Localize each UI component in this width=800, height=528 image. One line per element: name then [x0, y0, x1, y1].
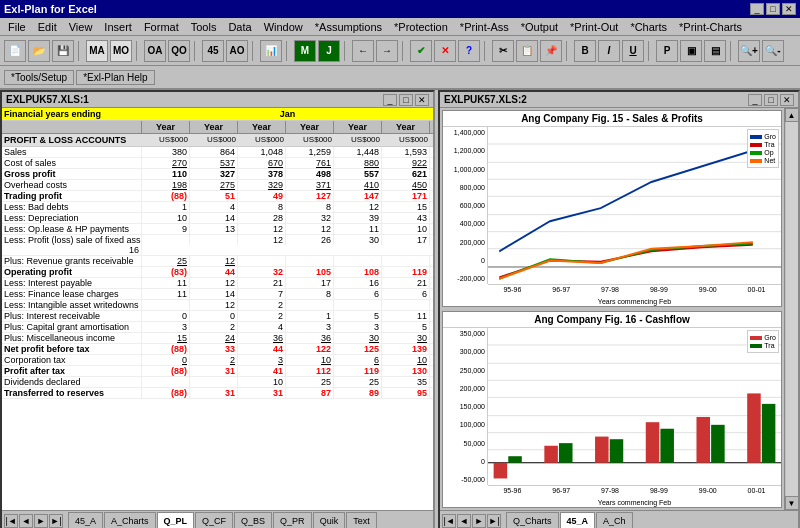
tab-qpl[interactable]: Q_PL	[157, 512, 195, 528]
tb-sep7	[402, 41, 406, 61]
tb-x-red[interactable]: ✕	[434, 40, 456, 62]
tb-p3[interactable]: ▤	[704, 40, 726, 62]
tab-qbs[interactable]: Q_BS	[234, 512, 272, 528]
row-value: 4	[238, 322, 286, 332]
tb-q-blue[interactable]: ?	[458, 40, 480, 62]
tools-setup-btn[interactable]: *Tools/Setup	[4, 70, 74, 85]
scroll-up[interactable]: ▲	[785, 108, 799, 122]
tb-underline[interactable]: U	[622, 40, 644, 62]
menu-charts[interactable]: *Charts	[624, 20, 673, 34]
menu-format[interactable]: Format	[138, 20, 185, 34]
tb-sep9	[566, 41, 570, 61]
tb-45[interactable]: 45	[202, 40, 224, 62]
tb-cut[interactable]: ✂	[492, 40, 514, 62]
right-sheet-tabs: |◄ ◄ ► ►| Q_Charts 45_A A_Ch	[440, 510, 798, 528]
tb-open[interactable]: 📂	[28, 40, 50, 62]
row-value: (88)	[142, 366, 190, 376]
menu-print-charts[interactable]: *Print-Charts	[673, 20, 748, 34]
menu-edit[interactable]: Edit	[32, 20, 63, 34]
tb-italic[interactable]: I	[598, 40, 620, 62]
tb-ao[interactable]: AO	[226, 40, 248, 62]
rtab-qcharts[interactable]: Q_Charts	[506, 512, 559, 528]
menu-view[interactable]: View	[63, 20, 99, 34]
menu-output[interactable]: *Output	[515, 20, 564, 34]
tb-chart[interactable]: 📊	[260, 40, 282, 62]
tb-mo[interactable]: MO	[110, 40, 132, 62]
right-minimize[interactable]: _	[748, 94, 762, 106]
tab-first[interactable]: |◄	[4, 514, 18, 528]
ss-financial-header: Financial years ending	[2, 108, 142, 120]
left-minimize[interactable]: _	[383, 94, 397, 106]
tb-back[interactable]: ←	[352, 40, 374, 62]
maximize-button[interactable]: □	[766, 3, 780, 15]
tb-zoom-out[interactable]: 🔍-	[762, 40, 784, 62]
rtab-45a[interactable]: 45_A	[560, 512, 596, 528]
menu-assumptions[interactable]: *Assumptions	[309, 20, 388, 34]
tb-save[interactable]: 💾	[52, 40, 74, 62]
tab-next[interactable]: ►	[34, 514, 48, 528]
tb-qo[interactable]: QO	[168, 40, 190, 62]
svg-rect-20	[595, 437, 609, 463]
menu-data[interactable]: Data	[222, 20, 257, 34]
tab-qpr[interactable]: Q_PR	[273, 512, 312, 528]
row-value: 410	[334, 180, 382, 190]
minimize-button[interactable]: _	[750, 3, 764, 15]
tb-bold[interactable]: B	[574, 40, 596, 62]
window-controls: _ □ ✕	[750, 3, 796, 15]
tb-ma[interactable]: MA	[86, 40, 108, 62]
left-maximize[interactable]: □	[399, 94, 413, 106]
close-button[interactable]: ✕	[782, 3, 796, 15]
tb-forward[interactable]: →	[376, 40, 398, 62]
table-row: Cost of sales270537670761880922	[2, 158, 433, 169]
rtab-ach[interactable]: A_Ch	[596, 512, 633, 528]
tb-check-green[interactable]: ✔	[410, 40, 432, 62]
menu-window[interactable]: Window	[258, 20, 309, 34]
menu-tools[interactable]: Tools	[185, 20, 223, 34]
scroll-down[interactable]: ▼	[785, 496, 799, 510]
right-close[interactable]: ✕	[780, 94, 794, 106]
tb-p1[interactable]: P	[656, 40, 678, 62]
tb-oa[interactable]: OA	[144, 40, 166, 62]
menu-protection[interactable]: *Protection	[388, 20, 454, 34]
menu-print-ass[interactable]: *Print-Ass	[454, 20, 515, 34]
tab-qcf[interactable]: Q_CF	[195, 512, 233, 528]
exlplan-help-btn[interactable]: *Exl-Plan Help	[76, 70, 154, 85]
row-value: 557	[334, 169, 382, 179]
scroll-track[interactable]	[786, 122, 798, 496]
tb-paste[interactable]: 📌	[540, 40, 562, 62]
row-value: 25	[286, 377, 334, 387]
left-close[interactable]: ✕	[415, 94, 429, 106]
row-value: 10	[142, 213, 190, 223]
tab-45a[interactable]: 45_A	[68, 512, 103, 528]
tb-copy[interactable]: 📋	[516, 40, 538, 62]
rtab-last[interactable]: ►|	[487, 514, 501, 528]
right-maximize[interactable]: □	[764, 94, 778, 106]
tab-acharts[interactable]: A_Charts	[104, 512, 156, 528]
menu-insert[interactable]: Insert	[98, 20, 138, 34]
tb-new[interactable]: 📄	[4, 40, 26, 62]
rtab-first[interactable]: |◄	[442, 514, 456, 528]
ss-label-col	[2, 121, 142, 133]
tb-p2[interactable]: ▣	[680, 40, 702, 62]
rtab-next[interactable]: ►	[472, 514, 486, 528]
row-label: Operating profit	[2, 267, 142, 277]
rtab-prev[interactable]: ◄	[457, 514, 471, 528]
tab-text[interactable]: Text	[346, 512, 377, 528]
tb-zoom-in[interactable]: 🔍+	[738, 40, 760, 62]
legend2-color1	[750, 336, 762, 340]
svg-rect-27	[762, 404, 776, 463]
tb-sep6	[344, 41, 348, 61]
row-value: 122	[286, 344, 334, 354]
row-value: 12	[238, 235, 286, 245]
tb-m-green[interactable]: M	[294, 40, 316, 62]
row-value: 125	[334, 344, 382, 354]
tab-prev[interactable]: ◄	[19, 514, 33, 528]
table-row: Less: Finance lease charges11147866	[2, 289, 433, 300]
tab-last[interactable]: ►|	[49, 514, 63, 528]
menu-file[interactable]: File	[2, 20, 32, 34]
ss-curr2: US$000	[190, 134, 238, 146]
svg-rect-23	[660, 429, 674, 463]
tb-j-green[interactable]: J	[318, 40, 340, 62]
tab-quik[interactable]: Quik	[313, 512, 346, 528]
menu-print-out[interactable]: *Print-Out	[564, 20, 624, 34]
